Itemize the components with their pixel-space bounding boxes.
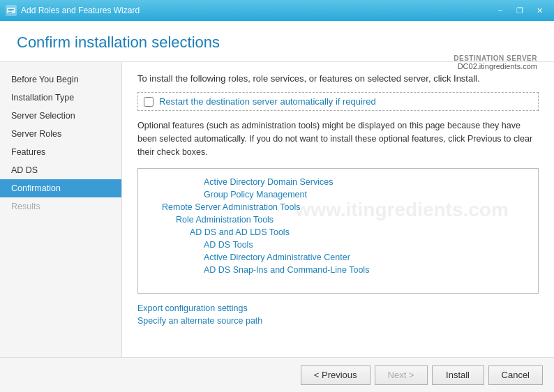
feature-item: Role Administration Tools — [148, 213, 528, 226]
sidebar-item-installation-type[interactable]: Installation Type — [0, 89, 121, 107]
content-description: To install the following roles, role ser… — [137, 73, 539, 84]
feature-item: Active Directory Domain Services — [148, 176, 528, 188]
restart-checkbox[interactable] — [144, 97, 154, 107]
cancel-button[interactable]: Cancel — [488, 365, 543, 385]
install-button[interactable]: Install — [432, 365, 484, 385]
sidebar: Before You BeginInstallation TypeServer … — [0, 62, 122, 357]
window-controls[interactable]: − ❐ ✕ — [491, 3, 548, 17]
wizard-footer: < PreviousNext >InstallCancel — [0, 357, 554, 392]
feature-item: AD DS and AD LDS Tools — [148, 226, 528, 239]
config-link[interactable]: Export configuration settings — [137, 303, 539, 313]
wizard-header: Confirm installation selections DESTINAT… — [0, 21, 554, 62]
feature-item: AD DS Snap-Ins and Command-Line Tools — [148, 264, 528, 276]
features-box: Active Directory Domain ServicesGroup Po… — [137, 168, 539, 294]
feature-item: AD DS Tools — [148, 239, 528, 251]
svg-rect-4 — [8, 12, 12, 13]
feature-item: Remote Server Administration Tools — [148, 201, 528, 213]
sidebar-item-server-selection[interactable]: Server Selection — [0, 107, 121, 125]
svg-rect-3 — [8, 10, 13, 11]
wizard-icon — [6, 5, 17, 16]
previous-button[interactable]: < Previous — [301, 365, 370, 385]
svg-rect-2 — [8, 9, 14, 10]
optional-text: Optional features (such as administratio… — [137, 119, 539, 158]
server-label: DESTINATION SERVER — [454, 54, 537, 62]
next-button: Next > — [375, 365, 428, 385]
wizard-body: Before You BeginInstallation TypeServer … — [0, 62, 554, 357]
title-bar-left: Add Roles and Features Wizard — [6, 5, 140, 16]
wizard-container: Confirm installation selections DESTINAT… — [0, 21, 554, 392]
config-link[interactable]: Specify an alternate source path — [137, 316, 539, 326]
sidebar-item-server-roles[interactable]: Server Roles — [0, 125, 121, 143]
restart-checkbox-area[interactable]: Restart the destination server automatic… — [137, 92, 539, 111]
close-button[interactable]: ✕ — [530, 3, 548, 17]
feature-item: Group Policy Management — [148, 188, 528, 201]
sidebar-item-results: Results — [0, 197, 121, 216]
title-bar: Add Roles and Features Wizard − ❐ ✕ — [0, 0, 554, 21]
sidebar-item-confirmation[interactable]: Confirmation — [0, 179, 121, 197]
links-area: Export configuration settingsSpecify an … — [137, 303, 539, 326]
sidebar-item-features[interactable]: Features — [0, 143, 121, 161]
page-title: Confirm installation selections — [17, 33, 537, 52]
sidebar-item-ad-ds[interactable]: AD DS — [0, 161, 121, 179]
minimize-button[interactable]: − — [491, 3, 509, 17]
feature-item: Active Directory Administrative Center — [148, 251, 528, 264]
window-title: Add Roles and Features Wizard — [21, 6, 140, 15]
restart-label[interactable]: Restart the destination server automatic… — [159, 96, 376, 107]
sidebar-item-before-you-begin[interactable]: Before You Begin — [0, 70, 121, 89]
content-area: www.itingredients.com To install the fol… — [122, 62, 554, 357]
restore-button[interactable]: ❐ — [511, 3, 529, 17]
